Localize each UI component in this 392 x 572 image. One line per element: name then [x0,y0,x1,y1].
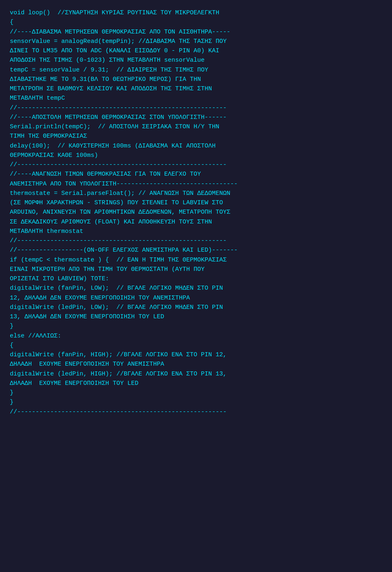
code-line: ΜΕΤΑΒΛΗΤΗ tempC [10,94,382,103]
code-line: thermostate = Serial.parseFloat(); // ΑΝ… [10,189,382,198]
code-line: } [10,398,382,407]
code-line: { [10,341,382,350]
code-line: 13, ΔΗΛΑΔΗ ΔΕΝ ΕΧΟΥΜΕ ΕΝΕΡΓΟΠΟΙΗΣΗ ΤΟΥ L… [10,312,382,322]
code-line: ΘΕΡΜΟΚΡΑΣΙΑΣ ΚΑΘΕ 100ms) [10,151,382,160]
code-line: //----ΑΠΟΣΤΟΛΗ ΜΕΤΡΗΣΕΩΝ ΘΕΡΜΟΚΡΑΣΙΑΣ ΣΤ… [10,113,382,122]
code-line: //--------------------------------------… [10,103,382,113]
code-line: //----ΑΝΑΓΝΩΣΗ ΤΙΜΩΝ ΘΕΡΜΟΚΡΑΣΙΑΣ ΓΙΑ ΤΟ… [10,170,382,179]
code-line: if (tempC < thermostate ) { // ΕΑΝ Η ΤΙΜ… [10,255,382,265]
code-line: { [10,18,382,27]
code-line: //--------------------------------------… [10,407,382,417]
code-line: //------------------(ON-OFF ΕΛΕΓΧΟΣ ΑΝΕΜ… [10,246,382,255]
code-line: digitalWrite (fanPin, LOW); // ΒΓΑΛΕ ΛΟΓ… [10,284,382,293]
code-line: ΟΡΙΖΕΤΑΙ ΣΤΟ LABVIEW) ΤΟΤΕ: [10,274,382,284]
code-line: //----ΔΙΑΒΑΣΜΑ ΜΕΤΡΗΣΕΩΝ ΘΕΡΜΟΚΡΑΣΙΑΣ ΑΠ… [10,27,382,37]
code-line: (ΣΕ ΜΟΡΦΗ ΧΑΡΑΚΤΗΡΩΝ - STRINGS) ΠΟΥ ΣΤΕΛ… [10,198,382,208]
code-line: ΔΙΑΒΑΣΤΗΚΕ ΜΕ ΤΟ 9.31(ΒΛ ΤΟ ΘΕΩΤΗΡΙΚΟ ΜΕ… [10,75,382,84]
code-line: ΜΕΤΑΤΡΟΠΗ ΣΕ ΒΑΘΜΟΥΣ ΚΕΛΣΙΟΥ ΚΑΙ ΑΠΟΔΟΣΗ… [10,84,382,94]
code-line: ΔΗΛΑΔΗ ΕΧΟΥΜΕ ΕΝΕΡΓΟΠΟΙΗΣΗ ΤΟΥ LED [10,379,382,388]
code-line: sensorValue = analogRead(tempPin); //ΔΙΑ… [10,37,382,46]
code-display: void loop() //ΣΥΝΑΡΤΗΣΗ ΚΥΡΙΑΣ ΡΟΥΤΙΝΑΣ … [10,8,382,417]
code-line: ΑΝΕΜΙΣΤΗΡΑ ΑΠΟ ΤΟΝ ΥΠΟΛΟΓΙΣΤΗ-----------… [10,179,382,189]
code-line: //--------------------------------------… [10,236,382,246]
code-line: void loop() //ΣΥΝΑΡΤΗΣΗ ΚΥΡΙΑΣ ΡΟΥΤΙΝΑΣ … [10,8,382,18]
code-line: ΣΕ ΔΕΚΑΔΙΚΟΥΣ ΑΡΙΘΜΟΥΣ (FLOAT) ΚΑΙ ΑΠΟΘΗ… [10,217,382,227]
code-line: ΜΕΤΑΒΛΗΤΗ thermostat [10,227,382,236]
code-line: delay(100); // ΚΑΘΥΣΤΕΡΗΣΗ 100ms (ΔΙΑΒΑΣ… [10,141,382,151]
code-line: //--------------------------------------… [10,160,382,170]
code-line: Serial.println(tempC); // ΑΠΟΣΤΟΛΗ ΣΕΙΡΙ… [10,122,382,132]
code-line: 12, ΔΗΛΑΔΗ ΔΕΝ ΕΧΟΥΜΕ ΕΝΕΡΓΟΠΟΙΗΣΗ ΤΟΥ Α… [10,293,382,303]
code-line: digitalWrite (ledPin, HIGH); //ΒΓΑΛΕ ΛΟΓ… [10,369,382,379]
code-line: } [10,388,382,398]
code-line: ΔΗΛΑΔΗ ΕΧΟΥΜΕ ΕΝΕΡΓΟΠΟΙΗΣΗ ΤΟΥ ΑΝΕΜΙΣΤΗΡ… [10,360,382,369]
code-line: ΔΙΝΕΙ ΤΟ LM35 ΑΠΟ ΤΟΝ ADC (ΚΑΝΑΛΙ ΕΙΣΟΔΟ… [10,46,382,56]
code-line: ΕΙΝΑΙ ΜΙΚΡΟΤΕΡΗ ΑΠΟ ΤΗΝ ΤΙΜΗ ΤΟΥ ΘΕΡΜΟΣΤ… [10,265,382,274]
code-line: digitalWrite (fanPin, HIGH); //ΒΓΑΛΕ ΛΟΓ… [10,350,382,360]
code-line: else //ΑΛΛΙΩΣ: [10,331,382,341]
code-line: ΑΠΟΔΟΣΗ ΤΗΣ ΤΙΜΗΣ (0-1023) ΣΤΗΝ ΜΕΤΑΒΛΗΤ… [10,56,382,65]
code-line: ΤΙΜΗ ΤΗΣ ΘΕΡΜΟΚΡΑΣΙΑΣ [10,132,382,141]
code-line: } [10,322,382,331]
code-line: digitalWrite (ledPin, LOW); // ΒΓΑΛΕ ΛΟΓ… [10,303,382,312]
code-line: ARDUINO, ΑΝΙΧΝΕΥΣΗ ΤΩΝ ΑΡΙΘΜΗΤΙΚΩΝ ΔΕΔΟΜ… [10,208,382,217]
code-line: tempC = sensorValue / 9.31; // ΔΙΑΙΡΕΣΗ … [10,65,382,75]
